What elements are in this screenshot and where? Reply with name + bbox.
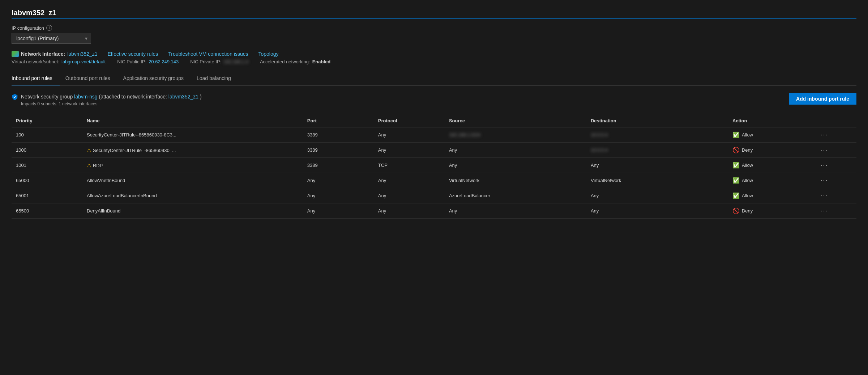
nsg-sub: Impacts 0 subnets, 1 network interfaces bbox=[21, 101, 202, 107]
cell-name-2: ⚠ RDP bbox=[82, 158, 303, 173]
cell-priority-0: 100 bbox=[12, 127, 82, 143]
nic-private-ip-value: 192.168.1.4 bbox=[223, 59, 248, 64]
network-interface-row: Network Interface: labvm352_z1 Effective… bbox=[12, 51, 856, 57]
cell-source-3: VirtualNetwork bbox=[445, 173, 586, 188]
col-header-source: Source bbox=[445, 114, 586, 127]
more-options-button[interactable]: ··· bbox=[819, 177, 830, 184]
action-label: Allow bbox=[742, 193, 753, 198]
ni-label: Network Interface: bbox=[21, 51, 65, 57]
cell-more-2: ··· bbox=[815, 158, 857, 173]
col-header-name: Name bbox=[82, 114, 303, 127]
allow-icon: ✅ bbox=[732, 177, 740, 184]
cell-source-1: Any bbox=[445, 143, 586, 158]
shield-icon bbox=[12, 94, 18, 100]
nsg-suffix: (attached to network interface: bbox=[99, 94, 168, 100]
cell-protocol-3: Any bbox=[374, 173, 445, 188]
nic-public-ip-label: NIC Public IP: bbox=[117, 59, 146, 64]
cell-protocol-2: TCP bbox=[374, 158, 445, 173]
cell-priority-5: 65500 bbox=[12, 203, 82, 219]
more-options-button[interactable]: ··· bbox=[819, 192, 830, 199]
cell-port-1: 3389 bbox=[303, 143, 374, 158]
tab-inbound[interactable]: Inbound port rules bbox=[12, 72, 60, 85]
more-options-button[interactable]: ··· bbox=[819, 146, 830, 154]
cell-protocol-4: Any bbox=[374, 188, 445, 203]
col-header-port: Port bbox=[303, 114, 374, 127]
cell-destination-5: Any bbox=[586, 203, 728, 219]
tabs-row: Inbound port rules Outbound port rules A… bbox=[12, 72, 856, 86]
cell-more-0: ··· bbox=[815, 127, 857, 143]
cell-port-5: Any bbox=[303, 203, 374, 219]
accel-label: Accelerated networking: bbox=[260, 59, 310, 64]
table-row: 100SecurityCenter-JITRule--865860930-8C3… bbox=[12, 127, 856, 143]
info-icon[interactable]: i bbox=[46, 25, 52, 31]
nsg-interface-link[interactable]: labvm352_z1 bbox=[168, 94, 198, 100]
tab-outbound[interactable]: Outbound port rules bbox=[65, 72, 117, 85]
col-header-protocol: Protocol bbox=[374, 114, 445, 127]
action-label: Deny bbox=[742, 208, 753, 214]
more-options-button[interactable]: ··· bbox=[819, 207, 830, 215]
cell-destination-2: Any bbox=[586, 158, 728, 173]
cell-action-0: ✅Allow bbox=[728, 127, 815, 143]
cell-priority-3: 65000 bbox=[12, 173, 82, 188]
cell-name-1: ⚠ SecurityCenter-JITRule_-865860930_... bbox=[82, 143, 303, 158]
cell-action-1: 🚫Deny bbox=[728, 143, 815, 158]
topology-link[interactable]: Topology bbox=[258, 51, 279, 57]
more-options-button[interactable]: ··· bbox=[819, 131, 830, 139]
page-title: labvm352_z1 bbox=[12, 9, 856, 17]
cell-name-0: SecurityCenter-JITRule--865860930-8C3... bbox=[82, 127, 303, 143]
nsg-close: ) bbox=[200, 94, 202, 100]
vnet-label: Virtual network/subnet: bbox=[12, 59, 59, 64]
col-header-priority: Priority bbox=[12, 114, 82, 127]
tab-lb[interactable]: Load balancing bbox=[197, 72, 238, 85]
cell-port-3: Any bbox=[303, 173, 374, 188]
cell-more-1: ··· bbox=[815, 143, 857, 158]
cell-more-3: ··· bbox=[815, 173, 857, 188]
deny-icon: 🚫 bbox=[732, 207, 740, 214]
action-label: Allow bbox=[742, 163, 753, 168]
more-options-button[interactable]: ··· bbox=[819, 161, 830, 169]
cell-destination-4: Any bbox=[586, 188, 728, 203]
vnet-value-link[interactable]: labgroup-vnet/default bbox=[61, 59, 106, 64]
network-interface-icon bbox=[12, 51, 19, 57]
ip-config-label: IP configuration i bbox=[12, 25, 856, 31]
cell-name-4: AllowAzureLoadBalancerInBound bbox=[82, 188, 303, 203]
nsg-text: Network security group labvm-nsg (attach… bbox=[21, 93, 202, 107]
warning-icon: ⚠ bbox=[87, 147, 93, 153]
action-label: Allow bbox=[742, 132, 753, 138]
cell-destination-1: 10.0.0.4 bbox=[586, 143, 728, 158]
ip-config-select[interactable]: ipconfig1 (Primary) bbox=[12, 33, 91, 44]
cell-protocol-1: Any bbox=[374, 143, 445, 158]
cell-priority-1: 1000 bbox=[12, 143, 82, 158]
troubleshoot-link[interactable]: Troubleshoot VM connection issues bbox=[168, 51, 248, 57]
cell-name-3: AllowVnetInBound bbox=[82, 173, 303, 188]
table-header-row: Priority Name Port Protocol Source Desti… bbox=[12, 114, 856, 127]
nsg-prefix: Network security group bbox=[21, 94, 73, 100]
cell-action-3: ✅Allow bbox=[728, 173, 815, 188]
table-row: 1000⚠ SecurityCenter-JITRule_-865860930_… bbox=[12, 143, 856, 158]
nsg-name-link[interactable]: labvm-nsg bbox=[74, 94, 98, 100]
cell-action-4: ✅Allow bbox=[728, 188, 815, 203]
cell-priority-4: 65001 bbox=[12, 188, 82, 203]
cell-port-2: 3389 bbox=[303, 158, 374, 173]
nsg-info: Network security group labvm-nsg (attach… bbox=[12, 93, 202, 107]
add-inbound-rule-button[interactable]: Add inbound port rule bbox=[789, 93, 856, 105]
action-label: Deny bbox=[742, 147, 753, 153]
cell-source-4: AzureLoadBalancer bbox=[445, 188, 586, 203]
cell-protocol-0: Any bbox=[374, 127, 445, 143]
title-underline bbox=[12, 18, 856, 19]
inbound-rules-table: Priority Name Port Protocol Source Desti… bbox=[12, 114, 856, 219]
table-row: 1001⚠ RDP3389TCPAnyAny✅Allow··· bbox=[12, 158, 856, 173]
table-row: 65500DenyAllInBoundAnyAnyAnyAny🚫Deny··· bbox=[12, 203, 856, 219]
nic-public-ip-value: 20.62.249.143 bbox=[149, 59, 179, 64]
cell-more-4: ··· bbox=[815, 188, 857, 203]
table-row: 65000AllowVnetInBoundAnyAnyVirtualNetwor… bbox=[12, 173, 856, 188]
effective-security-rules-link[interactable]: Effective security rules bbox=[107, 51, 158, 57]
nsg-row: Network security group labvm-nsg (attach… bbox=[12, 93, 856, 107]
cell-action-2: ✅Allow bbox=[728, 158, 815, 173]
cell-port-4: Any bbox=[303, 188, 374, 203]
cell-source-2: Any bbox=[445, 158, 586, 173]
ni-name-link[interactable]: labvm352_z1 bbox=[67, 51, 97, 57]
cell-protocol-5: Any bbox=[374, 203, 445, 219]
tab-asg[interactable]: Application security groups bbox=[123, 72, 191, 85]
allow-icon: ✅ bbox=[732, 162, 740, 169]
